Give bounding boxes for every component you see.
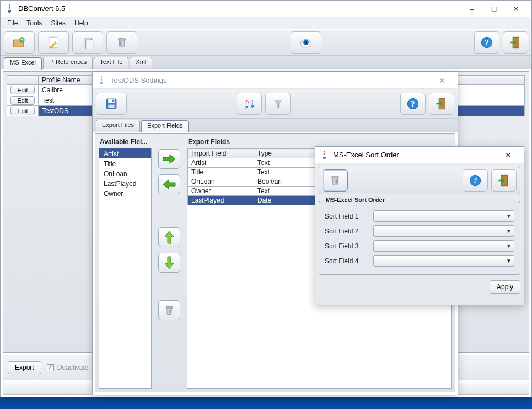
sort-toolbar: ? bbox=[319, 167, 520, 194]
main-tabstrip: MS-Excel P. References Text File Xml bbox=[1, 56, 531, 69]
settings-close-button[interactable]: ✕ bbox=[431, 72, 453, 89]
svg-rect-3 bbox=[86, 40, 93, 49]
help-button[interactable]: ? bbox=[474, 31, 499, 54]
col-profile-name[interactable]: Profile Name bbox=[39, 76, 88, 85]
svg-rect-21 bbox=[332, 177, 339, 178]
maximize-button[interactable]: □ bbox=[483, 1, 505, 17]
settings-tabstrip: Export Files Export Fields bbox=[93, 119, 458, 132]
svg-rect-14 bbox=[112, 100, 114, 102]
remove-field-button[interactable] bbox=[158, 174, 180, 194]
list-item[interactable]: LastPlayed bbox=[99, 178, 151, 188]
available-fields-label: Available Fiel... bbox=[100, 138, 151, 146]
close-button[interactable]: ✕ bbox=[505, 1, 527, 17]
settings-exit-button[interactable] bbox=[429, 93, 454, 115]
settings-title: TestODS Settings bbox=[108, 76, 431, 84]
export-fields-label: Export Fields bbox=[188, 138, 450, 146]
list-item[interactable]: OnLoan bbox=[99, 168, 151, 178]
add-profile-button[interactable] bbox=[4, 31, 35, 54]
sort-button[interactable]: AZ bbox=[237, 93, 262, 115]
tab-ms-excel[interactable]: MS-Excel bbox=[4, 57, 42, 70]
list-item[interactable]: Title bbox=[99, 158, 151, 168]
sort-field-1-label: Sort Field 1 bbox=[325, 213, 369, 220]
svg-text:?: ? bbox=[485, 38, 488, 47]
delete-profile-button[interactable] bbox=[106, 31, 137, 54]
sort-group-label: MS-Excel Sort Order bbox=[324, 196, 387, 203]
exit-button[interactable] bbox=[503, 31, 528, 54]
move-down-button[interactable] bbox=[158, 253, 180, 273]
menu-file[interactable]: File bbox=[4, 18, 21, 28]
move-up-button[interactable] bbox=[158, 227, 180, 247]
minimize-button[interactable]: – bbox=[461, 1, 483, 17]
svg-text:?: ? bbox=[473, 176, 477, 185]
copy-profile-button[interactable] bbox=[72, 31, 103, 54]
tab-p-references[interactable]: P. References bbox=[43, 57, 93, 69]
svg-point-7 bbox=[305, 41, 307, 43]
sort-close-button[interactable]: ✕ bbox=[497, 147, 519, 163]
sort-field-2-label: Sort Field 2 bbox=[325, 227, 369, 235]
list-item[interactable]: Owner bbox=[99, 188, 151, 198]
menu-tools[interactable]: Tools bbox=[23, 18, 45, 28]
sort-field-2-select[interactable]: ▼ bbox=[373, 225, 514, 237]
sort-field-3-row: Sort Field 3 ▼ bbox=[325, 240, 514, 252]
edit-profile-button[interactable] bbox=[38, 31, 69, 54]
sort-field-1-row: Sort Field 1 ▼ bbox=[325, 210, 514, 222]
deactivate-checkbox bbox=[47, 364, 54, 371]
list-item[interactable]: Artist bbox=[99, 148, 151, 158]
main-title: DBConvert 6.5 bbox=[16, 4, 461, 13]
svg-rect-20 bbox=[166, 306, 173, 308]
tab-xml[interactable]: Xml bbox=[130, 57, 152, 69]
tab-text-file[interactable]: Text File bbox=[94, 57, 128, 69]
apply-button[interactable]: Apply bbox=[490, 280, 520, 294]
sort-field-1-select[interactable]: ▼ bbox=[373, 210, 514, 222]
java-icon bbox=[97, 76, 106, 85]
main-titlebar[interactable]: DBConvert 6.5 – □ ✕ bbox=[1, 1, 531, 17]
settings-help-button[interactable]: ? bbox=[400, 93, 426, 115]
sort-help-button[interactable]: ? bbox=[463, 169, 488, 192]
menu-help[interactable]: Help bbox=[71, 18, 92, 28]
settings-titlebar[interactable]: TestODS Settings ✕ bbox=[93, 72, 458, 89]
sort-field-3-label: Sort Field 3 bbox=[325, 242, 369, 250]
sort-window: MS-Excel Sort Order ✕ ? MS-Excel Sort Or… bbox=[315, 146, 524, 305]
delete-field-button[interactable] bbox=[158, 300, 180, 320]
edit-button[interactable]: Edit bbox=[10, 107, 35, 115]
java-icon bbox=[320, 151, 329, 160]
settings-toolbar: AZ ? bbox=[93, 89, 458, 119]
java-icon bbox=[5, 4, 14, 13]
col-import-field[interactable]: Import Field bbox=[188, 149, 254, 158]
sort-exit-button[interactable] bbox=[491, 169, 517, 192]
filter-button[interactable] bbox=[265, 93, 291, 115]
available-fields-list[interactable]: Artist Title OnLoan LastPlayed Owner bbox=[99, 148, 152, 389]
svg-text:A: A bbox=[245, 98, 249, 104]
main-toolbar: ? bbox=[1, 29, 531, 56]
svg-rect-4 bbox=[119, 39, 126, 40]
svg-text:Z: Z bbox=[245, 104, 249, 110]
sort-title: MS-Excel Sort Order bbox=[331, 151, 497, 159]
svg-text:?: ? bbox=[411, 99, 415, 108]
sort-field-3-select[interactable]: ▼ bbox=[373, 240, 514, 252]
menu-sites[interactable]: Sites bbox=[47, 18, 69, 28]
tab-export-fields[interactable]: Export Fields bbox=[141, 120, 189, 132]
tab-export-files[interactable]: Export Files bbox=[96, 120, 140, 132]
sort-field-4-row: Sort Field 4 ▼ bbox=[325, 255, 514, 267]
edit-button[interactable]: Edit bbox=[10, 96, 35, 105]
export-button[interactable]: Export bbox=[8, 361, 41, 374]
sort-groupbox: MS-Excel Sort Order Sort Field 1 ▼ Sort … bbox=[319, 201, 520, 275]
sort-titlebar[interactable]: MS-Excel Sort Order ✕ bbox=[315, 147, 524, 163]
menubar: File Tools Sites Help bbox=[1, 17, 531, 29]
sort-field-2-row: Sort Field 2 ▼ bbox=[325, 225, 514, 237]
edit-button[interactable]: Edit bbox=[10, 86, 35, 94]
sort-clear-button[interactable] bbox=[323, 169, 348, 192]
save-button[interactable] bbox=[96, 93, 127, 115]
sort-field-4-select[interactable]: ▼ bbox=[373, 255, 514, 267]
col-edit[interactable] bbox=[7, 76, 39, 85]
run-button[interactable] bbox=[291, 31, 321, 54]
add-field-button[interactable] bbox=[158, 149, 180, 169]
deactivate-option: Deactivate bbox=[47, 364, 89, 371]
svg-rect-13 bbox=[108, 105, 114, 109]
sort-field-4-label: Sort Field 4 bbox=[325, 257, 369, 265]
